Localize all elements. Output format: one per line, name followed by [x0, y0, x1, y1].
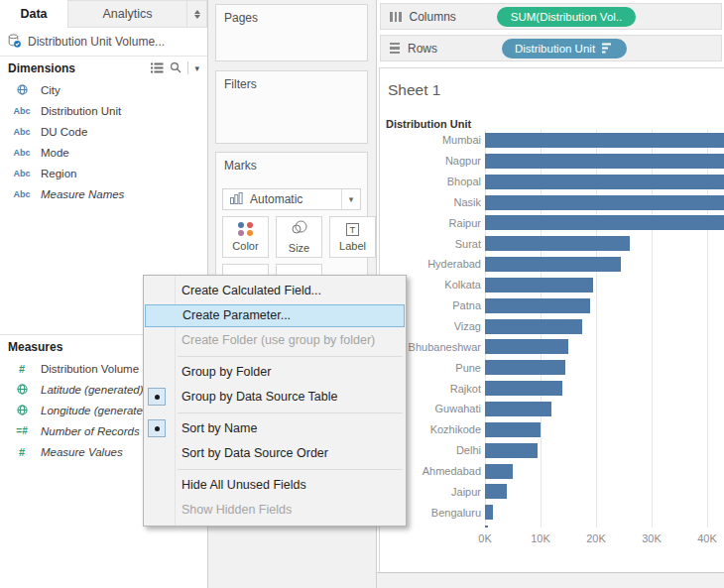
bar[interactable]: [485, 443, 538, 458]
bar[interactable]: [485, 360, 565, 375]
dimensions-header-row: Dimensions ▾: [0, 56, 207, 79]
row-label[interactable]: Mumbai: [380, 134, 483, 146]
filters-label: Filters: [216, 71, 367, 91]
pages-shelf[interactable]: Pages: [215, 4, 368, 61]
bar-area: [483, 481, 724, 502]
field-measure-names[interactable]: AbcMeasure Names: [0, 183, 207, 204]
bar-area: [483, 130, 724, 151]
field-mode[interactable]: AbcMode: [0, 142, 207, 163]
field-label: Distribution Unit: [41, 105, 121, 117]
row-label[interactable]: Hyderabad: [380, 258, 483, 270]
abc-icon: Abc: [10, 106, 34, 116]
row-label[interactable]: Surat: [380, 238, 483, 250]
columns-pill[interactable]: SUM(Distribution Vol..: [497, 7, 636, 27]
dimensions-header: Dimensions: [8, 61, 151, 75]
view-list-icon[interactable]: [151, 59, 164, 77]
size-button[interactable]: Size: [276, 216, 322, 258]
bar[interactable]: [485, 278, 593, 293]
field-du-code[interactable]: AbcDU Code: [0, 121, 207, 142]
chart-row-nasik: Nasik: [380, 192, 724, 213]
chart-row-patna: Patna: [380, 295, 724, 316]
bar[interactable]: [485, 154, 724, 169]
mark-type-dropdown[interactable]: Automatic ▾: [222, 188, 361, 210]
columns-shelf-label: Columns: [410, 10, 456, 24]
data-source-item[interactable]: Distribution Unit Volume...: [0, 28, 207, 56]
menu-item-hide-all-unused-fields[interactable]: Hide All Unused Fields: [144, 473, 406, 498]
label-t-icon: T: [346, 223, 359, 236]
field-label: Longitude (generated): [41, 405, 153, 416]
bar[interactable]: [485, 257, 621, 272]
chevron-down-icon[interactable]: ▾: [194, 63, 199, 73]
marks-label: Marks: [216, 153, 367, 173]
bar[interactable]: [485, 505, 493, 520]
abc-icon: Abc: [10, 148, 34, 158]
bar-area: [483, 440, 724, 461]
bar[interactable]: [485, 381, 562, 396]
field-label: Latitude (generated): [41, 384, 144, 396]
menu-item-label: Group by Data Source Table: [181, 390, 338, 404]
bar-area: [483, 295, 724, 316]
pane-tabs: Data Analytics: [0, 0, 207, 28]
bar[interactable]: [485, 215, 724, 230]
field-region[interactable]: AbcRegion: [0, 163, 207, 183]
bar[interactable]: [485, 339, 568, 354]
abc-icon: Abc: [10, 127, 34, 137]
bar[interactable]: [485, 175, 724, 189]
menu-item-sort-by-name[interactable]: Sort by Name: [144, 416, 406, 441]
x-tick: 30K: [642, 532, 662, 544]
field-distribution-unit[interactable]: AbcDistribution Unit: [0, 100, 207, 121]
columns-shelf[interactable]: Columns SUM(Distribution Vol..: [380, 3, 722, 30]
bar[interactable]: [485, 133, 724, 148]
field-label: City: [41, 84, 60, 96]
bar[interactable]: [485, 526, 488, 528]
bar-area: [483, 461, 724, 482]
chart-row-kozhikode: Kozhikode: [380, 419, 724, 440]
menu-separator: [178, 469, 403, 470]
bar-area: [483, 523, 724, 528]
spin-down-icon: [194, 15, 200, 22]
rows-shelf[interactable]: Rows Distribution Unit: [380, 35, 722, 61]
bar[interactable]: [485, 464, 513, 479]
menu-item-create-parameter[interactable]: Create Parameter...: [145, 304, 405, 327]
dropdown-caret-icon[interactable]: ▾: [341, 189, 360, 209]
row-label[interactable]: Nasik: [380, 196, 483, 208]
x-tick: 10K: [531, 532, 550, 544]
rows-pill[interactable]: Distribution Unit: [502, 39, 627, 59]
hash-icon: #: [10, 363, 34, 375]
menu-item-create-calculated-field[interactable]: Create Calculated Field...: [144, 279, 406, 303]
field-label: Region: [41, 168, 76, 179]
row-label[interactable]: Nagpur: [380, 155, 483, 167]
menu-item-sort-by-data-source-order[interactable]: Sort by Data Source Order: [144, 441, 406, 466]
menu-separator: [178, 356, 403, 357]
search-icon[interactable]: [170, 59, 181, 77]
chart-row-vizag: Vizag: [380, 316, 724, 337]
tab-analytics[interactable]: Analytics: [67, 0, 187, 28]
color-button[interactable]: Color: [222, 216, 269, 258]
bar[interactable]: [485, 484, 507, 499]
row-label[interactable]: Bhopal: [380, 176, 483, 187]
bar[interactable]: [485, 319, 582, 334]
tab-data[interactable]: Data: [0, 0, 67, 28]
pane-spinner-control[interactable]: [187, 0, 207, 28]
menu-item-label: Sort by Name: [181, 421, 257, 435]
bar[interactable]: [485, 195, 724, 210]
bottom-strip: [377, 572, 724, 588]
columns-icon: [390, 12, 402, 22]
menu-item-group-by-data-source-table[interactable]: Group by Data Source Table: [144, 385, 406, 410]
bar-area: [483, 192, 724, 213]
bar[interactable]: [485, 236, 630, 251]
pages-label: Pages: [216, 5, 367, 25]
x-tick: 40K: [697, 532, 717, 544]
label-button[interactable]: TLabel: [329, 216, 376, 258]
bar[interactable]: [485, 422, 541, 437]
bar[interactable]: [485, 402, 551, 416]
field-city[interactable]: City: [0, 79, 207, 100]
row-label[interactable]: Raipur: [380, 217, 483, 229]
menu-item-group-by-folder[interactable]: Group by Folder: [144, 360, 406, 385]
globe-icon: [10, 405, 34, 415]
row-field-header[interactable]: Distribution Unit: [386, 118, 471, 130]
bar[interactable]: [485, 298, 590, 313]
sort-descending-icon[interactable]: [602, 43, 614, 56]
chart-row-surat: Surat: [380, 233, 724, 254]
filters-shelf[interactable]: Filters: [215, 70, 368, 144]
